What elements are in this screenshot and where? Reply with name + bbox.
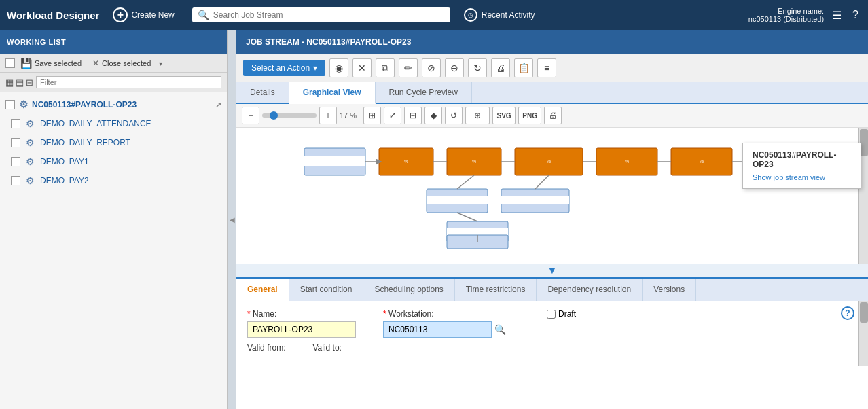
save-selected-button[interactable]: 💾 Save selected: [20, 58, 82, 69]
item-1-checkbox[interactable]: [11, 138, 20, 147]
svg-rect-20: [501, 196, 569, 204]
close-selected-button[interactable]: ✕ Close selected: [92, 58, 151, 68]
item-0-gear-icon: ⚙: [26, 118, 35, 129]
bottom-tab-versions-label: Versions: [653, 285, 685, 294]
name-input[interactable]: [247, 321, 356, 338]
svg-line-22: [535, 175, 549, 189]
draft-checkbox[interactable]: [547, 310, 556, 319]
workstation-field: * Workstation: 🔍: [383, 309, 506, 338]
item-0-checkbox[interactable]: [11, 119, 20, 128]
sidebar-toolbar: 💾 Save selected ✕ Close selected ▾: [0, 54, 227, 73]
item-2-checkbox[interactable]: [11, 157, 20, 166]
print-graph-btn[interactable]: 🖨: [544, 107, 562, 124]
edit-icon-btn[interactable]: ✏: [399, 58, 418, 77]
expand-btn[interactable]: ⤢: [384, 107, 401, 124]
zoom-thumb: [270, 111, 278, 120]
diagram-expand-arrow[interactable]: ▼: [236, 264, 868, 277]
sidebar-item-3[interactable]: ⚙ DEMO_PAY2: [0, 171, 227, 190]
main-item-link-icon[interactable]: ↗: [215, 101, 221, 109]
action-toolbar: Select an Action ▾ ◉ ✕ ⧉ ✏ ⊘ ⊖ ↻ 🖨 📋 ≡: [236, 54, 868, 82]
tab-run-cycle[interactable]: Run Cycle Preview: [376, 82, 472, 103]
bottom-tab-general[interactable]: General: [236, 279, 289, 301]
item-3-checkbox[interactable]: [11, 176, 20, 185]
list-view-icon[interactable]: ☰: [829, 7, 844, 23]
help-icon[interactable]: ?: [850, 7, 861, 22]
bottom-tab-scheduling[interactable]: Scheduling options: [363, 279, 454, 301]
redo-icon-btn[interactable]: ↻: [468, 58, 487, 77]
valid-from-field: Valid from:: [247, 343, 285, 353]
sidebar-main-item[interactable]: ⚙ NC050113#PAYROLL-OP23 ↗: [0, 95, 227, 114]
export-icon-btn[interactable]: ≡: [537, 58, 556, 77]
bottom-tab-scheduling-label: Scheduling options: [374, 285, 443, 294]
zoom-out-btn[interactable]: −: [242, 107, 259, 124]
sidebar: WORKING LIST 💾 Save selected ✕ Close sel…: [0, 30, 228, 409]
print-icon-btn[interactable]: 🖨: [491, 58, 510, 77]
working-list-title: WORKING LIST: [7, 38, 66, 46]
bottom-tab-time[interactable]: Time restrictions: [455, 279, 537, 301]
workstation-input[interactable]: [383, 321, 492, 338]
app-title: Workload Designer: [7, 10, 99, 21]
png-export-btn[interactable]: PNG: [518, 107, 541, 124]
form-row-1: * Name: * Workstation:: [247, 309, 857, 338]
search-input[interactable]: [213, 10, 445, 20]
cancel-icon-btn[interactable]: ✕: [352, 58, 372, 77]
sidebar-item-1[interactable]: ⚙ DEMO_DAILY_REPORT: [0, 133, 227, 152]
form-scrollbar[interactable]: [858, 301, 868, 366]
form-scrollbar-thumb[interactable]: [860, 302, 868, 323]
sidebar-item-2[interactable]: ⚙ DEMO_PAY1: [0, 152, 227, 171]
sidebar-item-0[interactable]: ⚙ DEMO_DAILY_ATTENDANCE: [0, 114, 227, 133]
svg-rect-11: [304, 156, 365, 166]
item-3-gear-icon: ⚙: [26, 175, 35, 186]
lock-icon-btn[interactable]: ⊘: [422, 58, 441, 77]
diagram-canvas[interactable]: % % % % %: [236, 128, 868, 264]
flow-icon: ⚙: [19, 99, 28, 111]
svg-export-btn[interactable]: SVG: [492, 107, 516, 124]
zoom-in-btn[interactable]: +: [319, 107, 337, 124]
hierarchy-btn[interactable]: ⊟: [404, 107, 422, 124]
filter-input[interactable]: [36, 76, 221, 88]
select-action-label: Select an Action: [251, 63, 310, 73]
zoom-slider[interactable]: [262, 113, 317, 118]
undo-icon-btn[interactable]: ⊖: [445, 58, 464, 77]
tooltip-link[interactable]: Show job stream view: [753, 173, 851, 181]
select-all-checkbox[interactable]: [5, 58, 15, 68]
close-dropdown-icon[interactable]: ▾: [159, 60, 162, 67]
item-1-label: DEMO_DAILY_REPORT: [40, 138, 130, 147]
snapshot-icon-btn[interactable]: ◉: [329, 58, 348, 77]
main-layout: WORKING LIST 💾 Save selected ✕ Close sel…: [0, 30, 868, 409]
tooltip-popup: NC050113#PAYROLL-OP23 Show job stream vi…: [742, 143, 861, 189]
graph-toolbar: − + 17 % ⊞ ⤢ ⊟ ◆ ↺ ⊕ SVG PNG 🖨: [236, 104, 868, 128]
tab-details[interactable]: Details: [236, 82, 289, 103]
doc-icon-btn[interactable]: 📋: [514, 58, 533, 77]
sidebar-collapse-handle[interactable]: ◀: [228, 30, 236, 409]
bottom-tab-versions[interactable]: Versions: [643, 279, 696, 301]
grid-icon[interactable]: ▦: [5, 77, 14, 88]
bottom-tab-start[interactable]: Start condition: [289, 279, 364, 301]
create-new-button[interactable]: + Create New: [113, 7, 185, 22]
top-nav: Workload Designer + Create New 🔍 ◷ Recen…: [0, 0, 868, 30]
item-2-gear-icon: ⚙: [26, 156, 35, 167]
tree-icon[interactable]: ⊟: [26, 77, 33, 88]
copy-icon-btn[interactable]: ⧉: [376, 58, 395, 77]
expand2-btn[interactable]: ⊕: [465, 107, 490, 124]
select-action-button[interactable]: Select an Action ▾: [243, 60, 325, 76]
bottom-section: General Start condition Scheduling optio…: [236, 277, 868, 366]
svg-rect-24: [447, 228, 508, 235]
workstation-required: *: [383, 309, 388, 319]
fit-btn[interactable]: ⊞: [363, 107, 381, 124]
svg-text:%: %: [700, 159, 704, 164]
save-icon: 💾: [20, 58, 32, 69]
recent-activity-button[interactable]: ◷ Recent Activity: [464, 8, 535, 22]
sidebar-list: ⚙ NC050113#PAYROLL-OP23 ↗ ⚙ DEMO_DAILY_A…: [0, 92, 227, 409]
list-icon[interactable]: ▤: [16, 77, 24, 88]
bottom-tab-start-label: Start condition: [300, 285, 352, 294]
rotate-btn[interactable]: ↺: [445, 107, 463, 124]
main-item-checkbox[interactable]: [5, 100, 15, 109]
bottom-tab-dependency[interactable]: Dependency resolution: [537, 279, 643, 301]
valid-to-label: Valid to:: [312, 343, 341, 353]
workstation-search-icon[interactable]: 🔍: [494, 324, 506, 335]
form-help-icon[interactable]: ?: [841, 306, 854, 320]
tab-graphical-view[interactable]: Graphical View: [289, 82, 376, 104]
diamond-btn[interactable]: ◆: [424, 107, 442, 124]
engine-info: Engine name: nc050113 (Distributed) ☰ ?: [748, 7, 861, 23]
